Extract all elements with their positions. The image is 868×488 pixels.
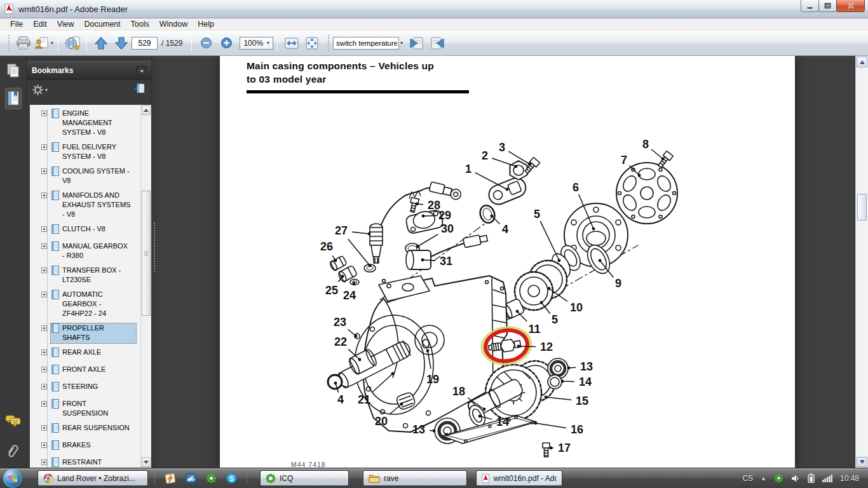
menu-tools[interactable]: Tools bbox=[126, 19, 154, 29]
bookmark-label[interactable]: STEERING bbox=[62, 382, 135, 391]
fit-width-button[interactable] bbox=[281, 34, 302, 52]
battery-icon[interactable] bbox=[808, 473, 815, 483]
hidden-icons-arrow[interactable]: ▲ bbox=[761, 475, 766, 482]
share-button[interactable]: ▾ bbox=[34, 34, 54, 52]
attachments-panel-button[interactable] bbox=[5, 441, 22, 460]
bookmark-label[interactable]: MANUAL GEARBOX - R380 bbox=[62, 241, 135, 261]
bookmark-label[interactable]: FRONT AXLE bbox=[62, 365, 135, 374]
pages-panel-button[interactable] bbox=[5, 61, 22, 80]
collapse-panel-button[interactable]: ◂ bbox=[137, 66, 146, 76]
previous-page-button[interactable] bbox=[91, 34, 111, 52]
upload-document-button[interactable] bbox=[62, 34, 83, 52]
bookmark-item[interactable]: CLUTCH - V8 bbox=[41, 224, 137, 237]
taskbar-button-rave[interactable]: rave bbox=[363, 470, 467, 486]
volume-icon[interactable] bbox=[791, 474, 800, 483]
expand-plus-icon[interactable] bbox=[41, 349, 47, 355]
close-button[interactable] bbox=[836, 0, 865, 12]
bookmark-item-selected[interactable]: PROPELLER SHAFTS bbox=[41, 323, 137, 343]
fit-page-button[interactable] bbox=[302, 34, 322, 52]
next-page-button[interactable] bbox=[111, 34, 132, 52]
expand-plus-icon[interactable] bbox=[41, 292, 47, 297]
bookmark-item[interactable]: ENGINE MANAGEMENT SYSTEM - V8 bbox=[41, 109, 137, 138]
taskbar-button-pdf-active[interactable]: wmlt016n.pdf - Ado... bbox=[476, 470, 562, 486]
page-number-input[interactable] bbox=[132, 37, 158, 50]
bookmark-label[interactable]: TRANSFER BOX - LT230SE bbox=[62, 266, 135, 285]
bookmark-label[interactable]: CLUTCH - V8 bbox=[62, 224, 135, 234]
bookmark-item[interactable]: BRAKES bbox=[41, 440, 137, 453]
bookmark-label[interactable]: ENGINE MANAGEMENT SYSTEM - V8 bbox=[62, 109, 135, 137]
bookmark-item[interactable]: STEERING bbox=[41, 382, 137, 395]
scrollbar-thumb[interactable] bbox=[142, 191, 151, 316]
taskbar-button-browser[interactable]: Land Rover • Zobrazi... bbox=[37, 470, 148, 486]
minimize-button[interactable] bbox=[801, 0, 819, 12]
bookmark-label[interactable]: PROPELLER SHAFTS bbox=[62, 323, 135, 342]
clock[interactable]: 10:48 bbox=[840, 474, 859, 483]
start-button[interactable] bbox=[3, 469, 22, 488]
expand-plus-icon[interactable] bbox=[41, 425, 47, 431]
doc-scroll-up-button[interactable] bbox=[857, 57, 867, 67]
expand-plus-icon[interactable] bbox=[41, 325, 47, 331]
scroll-up-button[interactable] bbox=[142, 105, 151, 115]
menu-window[interactable]: Window bbox=[154, 19, 193, 29]
bookmark-label[interactable]: COOLING SYSTEM - V8 bbox=[62, 166, 135, 186]
bookmark-label[interactable]: RESTRAINT SYSTEMS bbox=[62, 458, 135, 468]
bookmark-label[interactable]: REAR SUSPENSION bbox=[62, 423, 135, 433]
print-button[interactable] bbox=[13, 34, 34, 52]
expand-plus-icon[interactable] bbox=[41, 168, 47, 174]
doc-scrollbar-thumb[interactable] bbox=[857, 194, 867, 220]
kmplayer-icon[interactable]: KMP bbox=[186, 473, 196, 484]
expand-plus-icon[interactable] bbox=[41, 111, 47, 116]
bookmark-options-button[interactable]: ▾ bbox=[32, 85, 48, 95]
bookmark-item[interactable]: REAR AXLE bbox=[41, 348, 137, 360]
bookmark-item[interactable]: FUEL DELIVERY SYSTEM - V8 bbox=[41, 142, 137, 162]
panel-splitter[interactable] bbox=[151, 56, 156, 468]
expand-plus-icon[interactable] bbox=[41, 226, 47, 232]
bookmark-item[interactable]: FRONT SUSPENSION bbox=[41, 399, 137, 419]
menu-edit[interactable]: Edit bbox=[28, 19, 52, 29]
document-scrollbar[interactable] bbox=[855, 56, 868, 468]
menu-file[interactable]: File bbox=[5, 19, 28, 29]
bookmark-item[interactable]: COOLING SYSTEM - V8 bbox=[41, 166, 137, 186]
zoom-level-select[interactable]: 100% ▾ bbox=[240, 37, 273, 50]
toolbar-grip[interactable] bbox=[327, 35, 330, 51]
expand-plus-icon[interactable] bbox=[41, 459, 47, 465]
doc-scroll-down-button[interactable] bbox=[857, 457, 867, 467]
winamp-icon[interactable] bbox=[165, 473, 176, 484]
expand-plus-icon[interactable] bbox=[41, 442, 47, 448]
bookmark-item[interactable]: FRONT AXLE bbox=[41, 365, 137, 377]
icq-quicklaunch-icon[interactable] bbox=[206, 473, 217, 484]
expand-plus-icon[interactable] bbox=[41, 367, 47, 372]
menu-help[interactable]: Help bbox=[193, 19, 219, 29]
bookmark-item[interactable]: MANIFOLDS AND EXHAUST SYSTEMS - V8 bbox=[41, 191, 137, 220]
comments-panel-button[interactable] bbox=[5, 412, 22, 431]
taskbar-button-icq[interactable]: ICQ bbox=[260, 470, 349, 486]
bookmark-label[interactable]: FUEL DELIVERY SYSTEM - V8 bbox=[62, 142, 135, 161]
bookmark-item[interactable]: TRANSFER BOX - LT230SE bbox=[41, 266, 137, 285]
icq-tray-icon[interactable] bbox=[774, 473, 783, 483]
expand-plus-icon[interactable] bbox=[41, 243, 47, 249]
bookmark-label[interactable]: REAR AXLE bbox=[62, 348, 135, 357]
expand-current-bookmark-button[interactable] bbox=[133, 83, 146, 97]
bookmark-label[interactable]: MANIFOLDS AND EXHAUST SYSTEMS - V8 bbox=[62, 191, 135, 219]
network-signal-icon[interactable] bbox=[822, 474, 832, 482]
bookmark-label[interactable]: AUTOMATIC GEARBOX - ZF4HP22 - 24 bbox=[62, 290, 135, 318]
expand-plus-icon[interactable] bbox=[41, 144, 47, 150]
expand-plus-icon[interactable] bbox=[41, 384, 47, 390]
expand-plus-icon[interactable] bbox=[41, 193, 47, 198]
bookmark-item[interactable]: REAR SUSPENSION bbox=[41, 423, 137, 436]
bookmark-item[interactable]: RESTRAINT SYSTEMS bbox=[41, 458, 137, 468]
find-previous-button[interactable] bbox=[407, 34, 427, 52]
expand-plus-icon[interactable] bbox=[41, 268, 47, 273]
bookmark-item[interactable]: MANUAL GEARBOX - R380 bbox=[41, 241, 137, 261]
bookmark-label[interactable]: FRONT SUSPENSION bbox=[62, 399, 135, 418]
restore-button[interactable] bbox=[818, 0, 837, 12]
expand-plus-icon[interactable] bbox=[41, 401, 47, 407]
search-caret-icon[interactable]: ▾ bbox=[400, 40, 403, 46]
language-indicator[interactable]: CS bbox=[742, 474, 753, 483]
zoom-out-button[interactable] bbox=[196, 34, 216, 52]
find-next-button[interactable] bbox=[427, 34, 447, 52]
toolbar-grip[interactable] bbox=[8, 35, 11, 51]
bookmarks-panel-button[interactable] bbox=[5, 88, 22, 109]
bookmark-label[interactable]: BRAKES bbox=[62, 440, 135, 450]
skype-icon[interactable]: S bbox=[226, 473, 237, 484]
